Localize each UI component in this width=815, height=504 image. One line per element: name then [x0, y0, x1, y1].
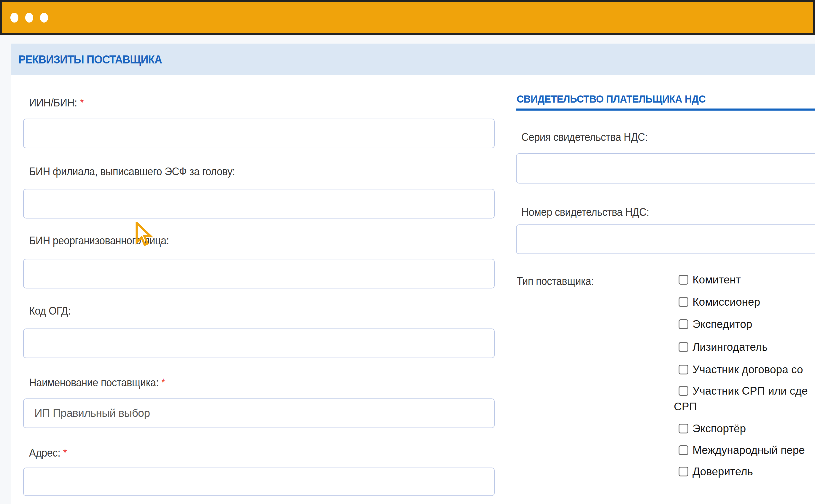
supplier-name-input[interactable]	[23, 398, 495, 428]
reorganized-bin-label: БИН реорганизованного лица:	[29, 235, 169, 247]
option-label: Комиссионер	[693, 296, 760, 308]
supplier-type-option: Участник СРП или сде СРП	[674, 383, 815, 414]
branch-bin-label: БИН филиала, выписавшего ЭСФ за голову:	[29, 165, 235, 178]
supplier-type-option: Международный пере	[674, 442, 815, 458]
supplier-type-option: Комиссионер	[674, 294, 815, 310]
checkbox-ekspeditor[interactable]	[679, 319, 688, 329]
address-input[interactable]	[23, 468, 495, 496]
screen: РЕКВИЗИТЫ ПОСТАВЩИКА ИИН/БИН:* БИН филиа…	[0, 0, 815, 504]
required-marker: *	[80, 97, 84, 109]
vat-number-label: Номер свидетельства НДС:	[522, 206, 649, 218]
checkbox-lizingodatel[interactable]	[679, 342, 688, 352]
checkbox-doveritel[interactable]	[679, 467, 688, 476]
option-label: Комитент	[693, 274, 741, 286]
option-label: Экспедитор	[693, 318, 752, 330]
supplier-type-option: Комитент	[674, 272, 815, 288]
supplier-type-label: Тип поставщика:	[517, 275, 594, 288]
vat-series-label: Серия свидетельства НДС:	[522, 131, 648, 143]
window-dot-icon[interactable]	[10, 13, 18, 23]
ogd-code-input[interactable]	[23, 328, 495, 358]
supplier-type-option: Экспедитор	[674, 316, 815, 332]
address-label: Адрес:*	[29, 447, 67, 459]
checkbox-mezhdunarodny-perevozchik[interactable]	[679, 445, 688, 455]
window-titlebar	[0, 0, 815, 35]
reorganized-bin-input[interactable]	[23, 259, 495, 288]
supplier-type-option: Экспортёр	[674, 421, 815, 436]
window-dot-icon[interactable]	[40, 13, 48, 23]
supplier-name-label: Наименование поставщика:*	[29, 377, 165, 389]
vat-series-input[interactable]	[516, 153, 815, 184]
window-dot-icon[interactable]	[25, 13, 33, 23]
checkbox-komissioner[interactable]	[679, 297, 688, 307]
vat-section-title: СВИДЕТЕЛЬСТВО ПЛАТЕЛЬЩИКА НДС	[517, 93, 706, 105]
option-label: Лизингодатель	[693, 341, 768, 353]
supplier-type-option: Участник договора со	[674, 362, 815, 377]
checkbox-uchastnik-dogovora[interactable]	[679, 365, 688, 374]
ogd-code-label: Код ОГД:	[29, 305, 71, 317]
supplier-type-option: Доверитель	[674, 464, 815, 479]
checkbox-uchastnik-srp[interactable]	[679, 386, 688, 396]
iin-bin-input[interactable]	[23, 119, 495, 148]
option-label: Экспортёр	[693, 422, 746, 435]
vat-number-input[interactable]	[516, 224, 815, 254]
iin-bin-label: ИИН/БИН:*	[29, 97, 84, 109]
option-label: Участник СРП или сде СРП	[674, 385, 808, 413]
option-label: Доверитель	[693, 465, 753, 478]
option-label: Международный пере	[693, 444, 805, 456]
vat-section-underline	[516, 109, 815, 111]
branch-bin-input[interactable]	[23, 189, 495, 218]
checkbox-eksporter[interactable]	[679, 424, 688, 433]
option-label: Участник договора со	[693, 363, 803, 376]
supplier-type-option: Лизингодатель	[674, 339, 815, 355]
checkbox-komitent[interactable]	[679, 275, 688, 285]
panel-title: РЕКВИЗИТЫ ПОСТАВЩИКА	[18, 44, 162, 75]
required-marker: *	[63, 447, 67, 459]
required-marker: *	[161, 377, 165, 389]
